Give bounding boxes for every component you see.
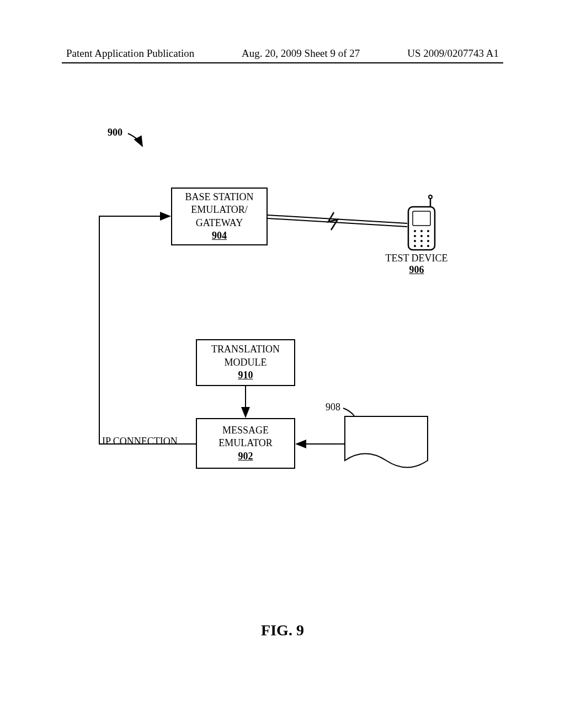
translation-ref: 910 — [238, 369, 253, 382]
figure-caption: FIG. 9 — [0, 622, 565, 639]
page-header: Patent Application Publication Aug. 20, … — [0, 47, 565, 60]
svg-point-10 — [414, 235, 416, 237]
test-device-ref: 906 — [370, 264, 463, 276]
message-emulator-line2: EMULATOR — [218, 437, 273, 449]
header-right: US 2009/0207743 A1 — [407, 47, 499, 60]
svg-point-9 — [427, 230, 429, 232]
svg-rect-3 — [408, 207, 435, 250]
svg-point-12 — [427, 235, 429, 237]
svg-point-8 — [420, 230, 423, 232]
header-left: Patent Application Publication — [66, 47, 194, 60]
ota-message-label-group: OTA MESSAGE — [353, 425, 419, 448]
svg-point-17 — [420, 245, 423, 247]
ota-line2: MESSAGE — [353, 436, 419, 448]
svg-point-14 — [420, 240, 423, 242]
base-station-line2: EMULATOR/ — [191, 204, 248, 216]
message-emulator-box: MESSAGE EMULATOR 902 — [196, 418, 295, 469]
base-station-line3: GATEWAY — [196, 217, 243, 229]
header-divider — [62, 62, 503, 63]
svg-line-1 — [268, 215, 407, 223]
svg-point-18 — [427, 245, 429, 247]
translation-box: TRANSLATION MODULE 910 — [196, 339, 295, 386]
base-station-box: BASE STATION EMULATOR/ GATEWAY 904 — [171, 188, 268, 245]
translation-line1: TRANSLATION — [211, 343, 280, 356]
svg-point-13 — [414, 240, 416, 242]
ota-ref: 908 — [326, 402, 340, 413]
base-station-ref: 904 — [212, 229, 227, 242]
figure-9: 900 BASE STATION EMULATOR/ GATEWAY 904 T… — [0, 121, 565, 618]
header-center: Aug. 20, 2009 Sheet 9 of 27 — [242, 47, 360, 60]
svg-point-6 — [429, 195, 432, 199]
svg-rect-4 — [413, 211, 430, 226]
ota-ref-group: 908 — [326, 402, 340, 413]
system-ref-label: 900 — [108, 127, 122, 138]
test-device-label-group: TEST DEVICE 906 — [370, 253, 463, 276]
svg-point-16 — [414, 245, 416, 247]
test-device-label: TEST DEVICE — [370, 253, 463, 264]
ip-connection-label: IP CONNECTION — [102, 436, 178, 447]
message-emulator-ref: 902 — [238, 450, 253, 463]
svg-point-11 — [420, 235, 423, 237]
message-emulator-line1: MESSAGE — [222, 424, 269, 437]
translation-line2: MODULE — [225, 356, 267, 369]
ota-line1: OTA — [353, 425, 419, 436]
svg-line-2 — [268, 218, 407, 227]
base-station-line1: BASE STATION — [185, 191, 253, 204]
svg-point-7 — [414, 230, 416, 232]
svg-point-15 — [427, 240, 429, 242]
